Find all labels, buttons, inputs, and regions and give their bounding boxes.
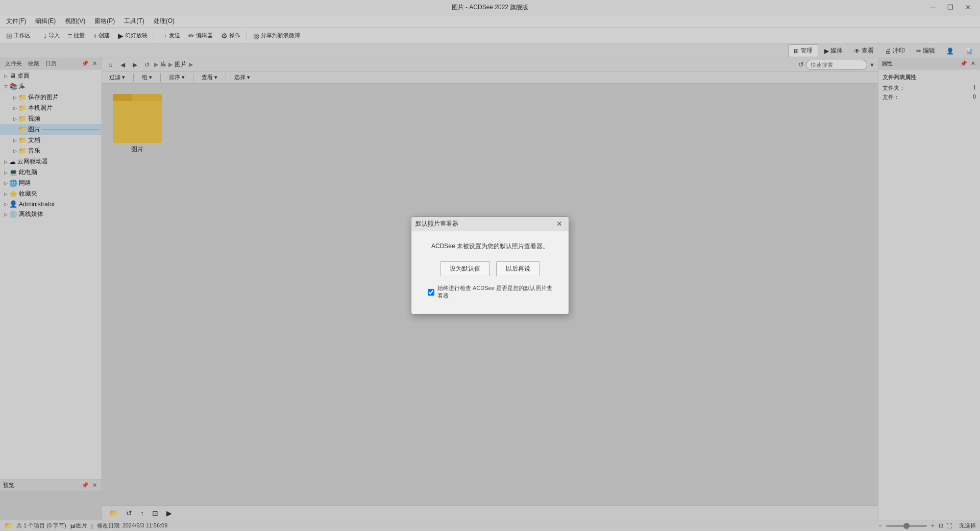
modal-message: ACDSee 未被设置为您的默认照片查看器。 [424, 242, 556, 251]
modal-close-button[interactable]: ✕ [554, 219, 565, 229]
modal-checkbox[interactable] [428, 289, 434, 296]
modal-footer: 始终进行检查 ACDSee 是否是您的默认照片查看器 [424, 284, 556, 306]
modal-checkbox-label: 始终进行检查 ACDSee 是否是您的默认照片查看器 [437, 284, 552, 300]
later-button[interactable]: 以后再说 [496, 261, 540, 276]
modal-overlay: 默认照片查看器 ✕ ACDSee 未被设置为您的默认照片查看器。 设为默认值 以… [0, 0, 980, 531]
modal-dialog: 默认照片查看器 ✕ ACDSee 未被设置为您的默认照片查看器。 设为默认值 以… [411, 216, 569, 315]
set-default-button[interactable]: 设为默认值 [440, 261, 490, 276]
modal-buttons: 设为默认值 以后再说 [424, 261, 556, 276]
modal-titlebar: 默认照片查看器 ✕ [411, 217, 569, 231]
modal-body: ACDSee 未被设置为您的默认照片查看器。 设为默认值 以后再说 始终进行检查… [411, 231, 569, 314]
modal-title: 默认照片查看器 [415, 220, 458, 228]
